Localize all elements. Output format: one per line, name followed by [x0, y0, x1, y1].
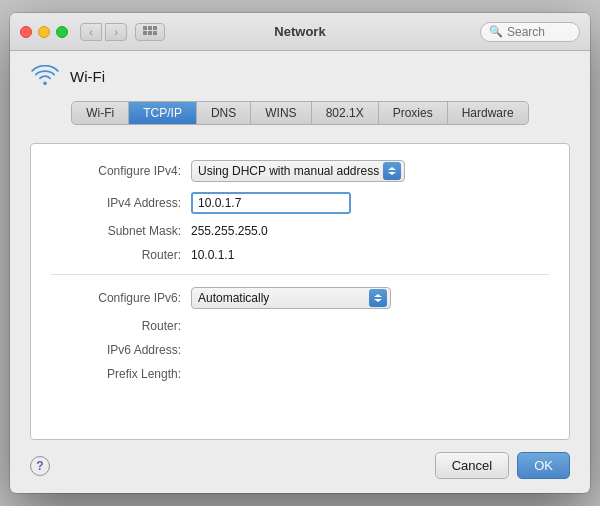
svg-rect-4: [148, 31, 152, 35]
bottom-bar: ? Cancel OK: [10, 440, 590, 493]
ipv6-address-label: IPv6 Address:: [51, 343, 181, 357]
subnet-mask-label: Subnet Mask:: [51, 224, 181, 238]
cancel-button[interactable]: Cancel: [435, 452, 509, 479]
titlebar: ‹ › Network 🔍: [10, 13, 590, 51]
wifi-header: Wi-Fi: [30, 65, 570, 87]
svg-rect-0: [143, 26, 147, 30]
close-button[interactable]: [20, 26, 32, 38]
configure-ipv4-row: Configure IPv4: Using DHCP with manual a…: [51, 160, 549, 182]
subnet-mask-row: Subnet Mask: 255.255.255.0: [51, 224, 549, 238]
search-box[interactable]: 🔍: [480, 22, 580, 42]
svg-rect-3: [143, 31, 147, 35]
search-input[interactable]: [507, 25, 577, 39]
prefix-length-label: Prefix Length:: [51, 367, 181, 381]
tabs-bar: Wi-Fi TCP/IP DNS WINS 802.1X Proxies Har…: [71, 101, 528, 125]
ipv4-address-row: IPv4 Address:: [51, 192, 549, 214]
nav-buttons: ‹ ›: [80, 23, 127, 41]
router-ipv4-row: Router: 10.0.1.1: [51, 248, 549, 262]
tab-wifi[interactable]: Wi-Fi: [72, 102, 129, 124]
configure-ipv4-label: Configure IPv4:: [51, 164, 181, 178]
configure-ipv4-select[interactable]: Using DHCP with manual address: [191, 160, 405, 182]
router-ipv4-value: 10.0.1.1: [191, 248, 234, 262]
form-separator: [51, 274, 549, 275]
tab-dns[interactable]: DNS: [197, 102, 251, 124]
router-ipv6-row: Router:: [51, 319, 549, 333]
tab-wins[interactable]: WINS: [251, 102, 311, 124]
content-area: Wi-Fi Wi-Fi TCP/IP DNS WINS 802.1X Proxi…: [10, 51, 590, 440]
ipv4-address-label: IPv4 Address:: [51, 196, 181, 210]
tab-8021x[interactable]: 802.1X: [312, 102, 379, 124]
prefix-length-row: Prefix Length:: [51, 367, 549, 381]
svg-rect-1: [148, 26, 152, 30]
configure-ipv4-select-wrapper: Using DHCP with manual address: [191, 160, 405, 182]
configure-ipv6-select[interactable]: Automatically: [191, 287, 391, 309]
ok-button[interactable]: OK: [517, 452, 570, 479]
help-button[interactable]: ?: [30, 456, 50, 476]
svg-rect-5: [153, 31, 157, 35]
search-icon: 🔍: [489, 25, 503, 38]
subnet-mask-value: 255.255.255.0: [191, 224, 268, 238]
ipv4-address-input[interactable]: [191, 192, 351, 214]
tab-hardware[interactable]: Hardware: [448, 102, 528, 124]
svg-rect-2: [153, 26, 157, 30]
forward-button[interactable]: ›: [105, 23, 127, 41]
bottom-buttons: Cancel OK: [435, 452, 570, 479]
wifi-icon: [30, 65, 60, 87]
router-ipv6-label: Router:: [51, 319, 181, 333]
main-window: ‹ › Network 🔍: [10, 13, 590, 493]
form-area: Configure IPv4: Using DHCP with manual a…: [30, 143, 570, 440]
maximize-button[interactable]: [56, 26, 68, 38]
configure-ipv6-row: Configure IPv6: Automatically: [51, 287, 549, 309]
minimize-button[interactable]: [38, 26, 50, 38]
configure-ipv6-select-wrapper: Automatically: [191, 287, 391, 309]
router-ipv4-label: Router:: [51, 248, 181, 262]
tab-tcpip[interactable]: TCP/IP: [129, 102, 197, 124]
grid-button[interactable]: [135, 23, 165, 41]
configure-ipv6-label: Configure IPv6:: [51, 291, 181, 305]
tab-proxies[interactable]: Proxies: [379, 102, 448, 124]
traffic-lights: [20, 26, 68, 38]
ipv6-address-row: IPv6 Address:: [51, 343, 549, 357]
back-button[interactable]: ‹: [80, 23, 102, 41]
wifi-label: Wi-Fi: [70, 68, 105, 85]
window-title: Network: [274, 24, 325, 39]
